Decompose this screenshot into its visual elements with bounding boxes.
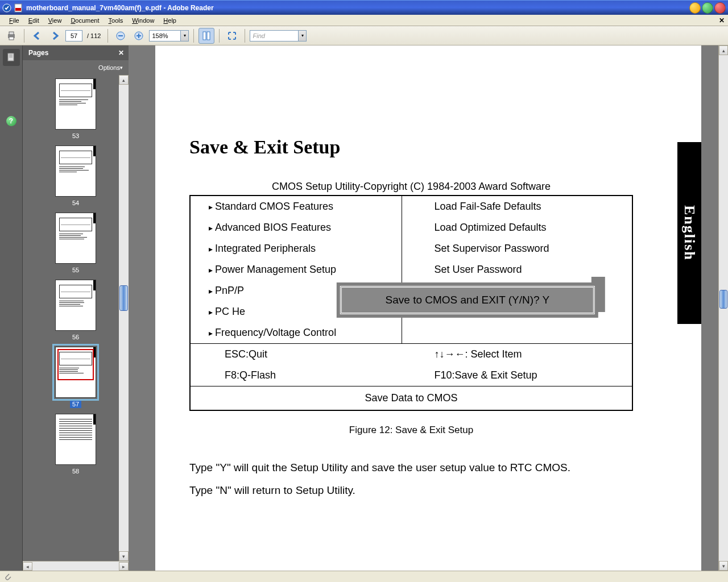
zoom-in-button[interactable]: [131, 28, 147, 44]
svg-rect-2: [15, 8, 21, 11]
pages-panel-close-button[interactable]: ✕: [118, 49, 124, 57]
next-page-button[interactable]: [47, 28, 63, 44]
doc-scroll-thumb[interactable]: [719, 290, 727, 309]
find-input[interactable]: [250, 30, 299, 41]
document-scrollbar[interactable]: ▴ ▾: [718, 45, 728, 571]
thumbnail-58[interactable]: 58: [23, 414, 129, 475]
window-controls: [689, 2, 726, 14]
thumbnail-53[interactable]: 53: [23, 78, 129, 140]
navigation-strip: ?: [0, 45, 23, 571]
minimize-button[interactable]: [689, 2, 701, 14]
thumbnail-label: 54: [70, 199, 81, 207]
bios-item-left: Frequency/Voltage Control: [191, 322, 402, 343]
scroll-up-button[interactable]: ▴: [119, 75, 129, 85]
svg-rect-5: [9, 37, 14, 40]
bios-item-left: Power Management Setup: [191, 259, 402, 280]
find-dropdown-button[interactable]: ▾: [299, 30, 307, 41]
pages-panel-header: Pages ✕: [23, 45, 129, 60]
page-heading: Save & Exit Setup: [189, 136, 667, 158]
page-total-label: / 112: [87, 32, 101, 39]
document-area[interactable]: English Save & Exit Setup CMOS Setup Uti…: [129, 45, 728, 571]
menu-help[interactable]: Help: [159, 16, 181, 25]
svg-rect-16: [9, 57, 13, 57]
thumbnail-label: 57: [70, 400, 81, 408]
toolbar: / 112 ▾ ▾: [0, 26, 728, 45]
attachment-icon[interactable]: [3, 572, 13, 581]
thumbnail-label: 56: [70, 333, 81, 341]
thumbnail-label: 55: [70, 266, 81, 274]
zoom-dropdown-button[interactable]: ▾: [181, 30, 189, 41]
pages-panel: Pages ✕ Options 535455565758 ▴ ▾ ◂ ▸: [23, 45, 129, 571]
dialog-text: Save to CMOS and EXIT (Y/N)? Y: [340, 286, 595, 314]
figure-caption: Figure 12: Save & Exit Setup: [155, 425, 667, 436]
pages-panel-title: Pages: [28, 49, 48, 57]
bios-item-right: [402, 322, 632, 343]
page-number-input[interactable]: [65, 30, 82, 41]
pages-tab-button[interactable]: [3, 49, 20, 66]
bios-item-left: Standard CMOS Features: [191, 196, 402, 217]
help-esc: ESC:Quit: [191, 344, 402, 365]
thumbnail-55[interactable]: 55: [23, 213, 129, 274]
prev-page-button[interactable]: [29, 28, 45, 44]
menu-document[interactable]: Document: [66, 16, 104, 25]
language-tab: English: [677, 142, 701, 324]
statusbar: [0, 571, 728, 582]
thumbnail-label: 58: [70, 467, 81, 475]
svg-rect-4: [9, 32, 14, 35]
close-button[interactable]: [714, 2, 726, 14]
scroll-thumb[interactable]: [119, 285, 128, 311]
thumbnail-57[interactable]: 57: [23, 347, 129, 408]
zoom-level-input[interactable]: [149, 30, 181, 41]
svg-rect-15: [9, 56, 13, 56]
zoom-out-button[interactable]: [113, 28, 129, 44]
thumbnails-scrollbar[interactable]: ▴ ▾: [119, 75, 129, 561]
cmos-dialog: Save to CMOS and EXIT (Y/N)? Y: [337, 282, 598, 318]
bios-item-left: Integrated Peripherals: [191, 238, 402, 259]
thumbnail-54[interactable]: 54: [23, 146, 129, 207]
menubar: File Edit View Document Tools Window Hel…: [0, 15, 728, 26]
thumbnails-hscrollbar[interactable]: ◂ ▸: [23, 561, 129, 571]
menu-window[interactable]: Window: [127, 16, 159, 25]
bios-item-right: Load Optimized Defaults: [402, 217, 632, 238]
svg-rect-11: [203, 32, 206, 40]
pages-options-button[interactable]: Options: [23, 60, 129, 75]
maximize-button[interactable]: [702, 2, 713, 14]
svg-rect-10: [138, 34, 139, 38]
bios-item-left: Advanced BIOS Features: [191, 217, 402, 238]
thumbnail-label: 53: [70, 132, 81, 140]
svg-rect-14: [9, 55, 13, 55]
hscroll-left-button[interactable]: ◂: [23, 562, 32, 571]
menu-edit[interactable]: Edit: [24, 16, 44, 25]
svg-rect-12: [207, 32, 210, 40]
help-f8: F8:Q-Flash: [191, 365, 402, 386]
thumbnail-56[interactable]: 56: [23, 280, 129, 341]
menu-file[interactable]: File: [5, 16, 24, 25]
help-f10: F10:Save & Exit Setup: [402, 365, 632, 386]
fit-page-button[interactable]: [198, 28, 214, 44]
menu-tools[interactable]: Tools: [104, 16, 128, 25]
help-arrows: ↑↓→←: Select Item: [402, 344, 632, 365]
bios-menu-table: Standard CMOS FeaturesLoad Fail-Safe Def…: [189, 195, 633, 411]
window-titlebar: motherboard_manual_7vm400am(f)_e.pdf - A…: [0, 0, 728, 15]
body-text-1: Type "Y" will quit the Setup Utility and…: [189, 459, 633, 477]
bios-item-right: Load Fail-Safe Defaults: [402, 196, 632, 217]
doc-close-button[interactable]: ✕: [719, 16, 725, 24]
thumbnails-container[interactable]: 535455565758 ▴ ▾: [23, 75, 129, 561]
print-button[interactable]: [3, 28, 19, 44]
doc-scroll-up-button[interactable]: ▴: [719, 45, 728, 55]
help-button[interactable]: ?: [6, 116, 16, 126]
body-text-2: Type "N" will return to Setup Utility.: [189, 481, 633, 500]
menu-view[interactable]: View: [44, 16, 67, 25]
svg-rect-7: [118, 35, 123, 36]
app-icon: [2, 3, 11, 13]
document-page: English Save & Exit Setup CMOS Setup Uti…: [155, 45, 701, 571]
doc-scroll-down-button[interactable]: ▾: [719, 561, 728, 571]
bios-footer: Save Data to CMOS: [191, 386, 632, 410]
pdf-icon: [14, 3, 23, 13]
fit-width-button[interactable]: [224, 28, 240, 44]
cmos-header: CMOS Setup Utility-Copyright (C) 1984-20…: [155, 181, 667, 193]
scroll-down-button[interactable]: ▾: [119, 551, 129, 561]
bios-item-right: Set Supervisor Password: [402, 238, 632, 259]
window-title: motherboard_manual_7vm400am(f)_e.pdf - A…: [26, 4, 689, 12]
hscroll-right-button[interactable]: ▸: [119, 562, 129, 571]
